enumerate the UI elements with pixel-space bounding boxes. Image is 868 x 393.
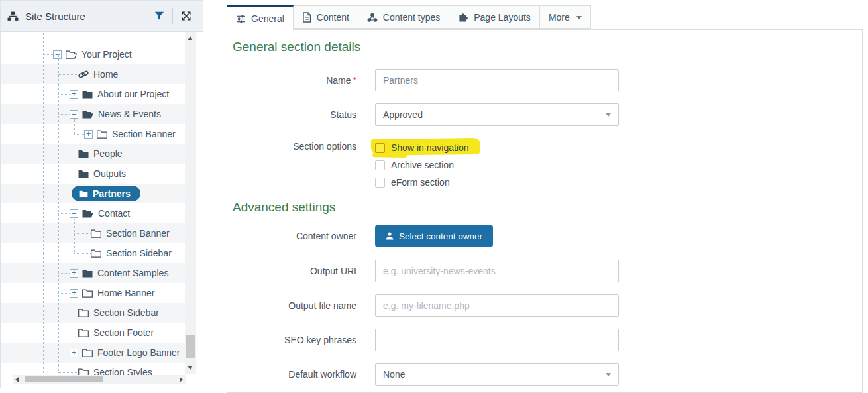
tree-connector bbox=[58, 353, 70, 353]
section-options-label: Section options bbox=[233, 138, 375, 191]
checkbox-label: eForm section bbox=[391, 177, 450, 188]
default-workflow-row: Default workflow None bbox=[233, 363, 862, 386]
expand-node-icon[interactable]: + bbox=[70, 289, 78, 298]
tree-item-label: Home bbox=[93, 69, 118, 80]
tree-item-label: Section Sidebar bbox=[93, 308, 159, 318]
folder-outline-icon bbox=[91, 229, 101, 238]
filter-icon[interactable] bbox=[149, 6, 169, 26]
seo-key-phrases-input[interactable] bbox=[375, 329, 619, 351]
tree-item-label: People bbox=[93, 148, 123, 159]
option-show-in-navigation: Show in navigation bbox=[375, 139, 469, 156]
option-archive-section: Archive section bbox=[375, 156, 469, 174]
tree-item-label: Section Banner bbox=[112, 129, 176, 139]
folder-outline-icon bbox=[97, 130, 107, 139]
collapse-node-icon[interactable]: − bbox=[70, 209, 78, 218]
selected-node-pill[interactable]: Partners bbox=[72, 186, 140, 201]
tree-item-label: Contact bbox=[98, 208, 130, 219]
tree-connector bbox=[43, 54, 53, 55]
tab-more[interactable]: More bbox=[539, 5, 591, 29]
caret-down-icon bbox=[576, 16, 582, 19]
general-tab-panel: General section details Name* Status App… bbox=[227, 29, 863, 393]
folder-outline-icon bbox=[78, 329, 89, 337]
sliders-icon bbox=[236, 14, 246, 24]
section-options-group: Show in navigation Archive section eForm… bbox=[375, 138, 469, 191]
output-file-name-label: Output file name bbox=[233, 294, 375, 317]
folder-filled-icon bbox=[78, 150, 89, 158]
content-owner-label: Content owner bbox=[233, 225, 375, 247]
output-file-name-row: Output file name bbox=[233, 294, 862, 317]
tree-item-label: Footer Logo Banner bbox=[97, 347, 180, 358]
link-icon bbox=[78, 70, 89, 79]
document-icon bbox=[302, 12, 311, 23]
panel-title: Site Structure bbox=[25, 11, 149, 22]
default-workflow-label: Default workflow bbox=[233, 363, 375, 386]
scroll-down-icon[interactable] bbox=[188, 366, 193, 370]
tree-guide bbox=[74, 219, 75, 253]
show-in-navigation-checkbox[interactable] bbox=[375, 143, 385, 153]
caret-down-icon bbox=[606, 373, 611, 376]
tree-item-label: News & Events bbox=[98, 109, 161, 119]
tree-guide bbox=[43, 32, 44, 374]
tree-item-label: Home Banner bbox=[97, 288, 154, 298]
scroll-right-icon[interactable] bbox=[180, 377, 183, 382]
folder-outline-icon bbox=[91, 249, 101, 258]
folder-filled-icon bbox=[82, 90, 93, 99]
scroll-up-icon[interactable] bbox=[188, 36, 193, 40]
tree-horizontal-scrollbar[interactable] bbox=[13, 375, 186, 384]
checkbox-label: Archive section bbox=[391, 160, 454, 170]
horizontal-scroll-thumb[interactable] bbox=[25, 376, 103, 382]
tree-connector bbox=[58, 333, 78, 333]
folder-open-filled-icon bbox=[82, 209, 93, 218]
seo-key-phrases-label: SEO key phrases bbox=[233, 329, 375, 351]
name-label: Name* bbox=[233, 69, 375, 91]
tree-connector bbox=[58, 213, 70, 214]
content-owner-row: Content owner Select content owner bbox=[233, 225, 862, 247]
tab-content[interactable]: Content bbox=[293, 5, 358, 29]
folder-filled-icon bbox=[78, 170, 89, 178]
collapse-node-icon[interactable]: − bbox=[53, 50, 62, 59]
expand-node-icon[interactable]: + bbox=[70, 349, 78, 357]
scroll-left-icon[interactable] bbox=[15, 377, 19, 382]
required-asterisk: * bbox=[353, 75, 356, 85]
tree-vertical-scrollbar[interactable] bbox=[185, 32, 196, 374]
tree-item-label: Content Samples bbox=[97, 268, 168, 278]
tree-connector bbox=[58, 114, 70, 115]
default-workflow-select[interactable]: None bbox=[375, 363, 619, 386]
folder-outline-icon bbox=[82, 349, 93, 357]
tree-connector bbox=[58, 154, 78, 154]
select-content-owner-button[interactable]: Select content owner bbox=[375, 225, 493, 247]
tab-label: Content bbox=[317, 12, 349, 23]
status-value: Approved bbox=[383, 109, 423, 120]
tree-connector bbox=[58, 313, 78, 313]
collapse-node-icon[interactable]: − bbox=[70, 110, 78, 119]
site-structure-header: Site Structure bbox=[1, 1, 203, 32]
tree-item-label: Section Banner bbox=[106, 228, 170, 239]
header-divider bbox=[172, 8, 173, 24]
expand-icon[interactable] bbox=[176, 6, 196, 26]
tab-general[interactable]: General bbox=[227, 5, 294, 30]
tab-label: Content types bbox=[383, 12, 440, 23]
seo-key-phrases-row: SEO key phrases bbox=[233, 329, 862, 351]
tab-content-types[interactable]: Content types bbox=[358, 5, 449, 29]
expand-node-icon[interactable]: + bbox=[70, 90, 78, 99]
vertical-scroll-thumb[interactable] bbox=[186, 335, 195, 358]
tree-connector bbox=[58, 293, 70, 294]
site-structure-panel: Site Structure −Your ProjectHome+About o… bbox=[0, 0, 203, 388]
output-uri-label: Output URI bbox=[233, 260, 375, 282]
folder-open-outline-icon bbox=[66, 50, 77, 59]
status-select[interactable]: Approved bbox=[375, 103, 619, 126]
workflow-value: None bbox=[383, 369, 405, 380]
folder-icon bbox=[79, 190, 88, 197]
output-uri-input[interactable] bbox=[375, 260, 619, 282]
tab-label: More bbox=[549, 12, 570, 23]
status-label: Status bbox=[233, 103, 375, 126]
expand-node-icon[interactable]: + bbox=[84, 130, 93, 139]
output-file-name-input[interactable] bbox=[375, 294, 619, 317]
tab-page-layouts[interactable]: Page Layouts bbox=[449, 5, 540, 29]
eform-section-checkbox[interactable] bbox=[375, 178, 385, 188]
expand-node-icon[interactable]: + bbox=[70, 269, 78, 278]
archive-section-checkbox[interactable] bbox=[375, 160, 385, 170]
folder-filled-icon bbox=[82, 269, 93, 278]
name-input[interactable] bbox=[375, 69, 619, 91]
tree-item-label: Section Footer bbox=[93, 327, 154, 338]
